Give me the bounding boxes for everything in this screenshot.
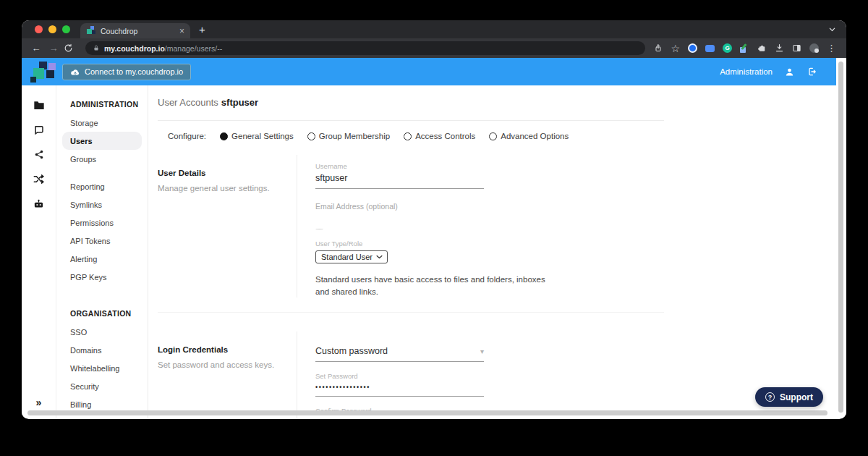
profile-icon[interactable] [809,43,819,53]
user-details-section: User Details Manage general user setting… [158,155,664,297]
side-panel-icon[interactable] [792,43,801,53]
username-label: Username [315,162,484,170]
email-input[interactable] [315,214,484,224]
radio-selected-icon[interactable] [220,132,228,140]
app-header: Connect to my.couchdrop.io Administratio… [22,58,836,85]
reload-button[interactable] [64,43,78,53]
configure-label: Configure: [168,132,206,140]
sidebar-item-users[interactable]: Users [62,132,142,150]
email-label: Email Address (optional) [315,202,484,211]
sidebar-item-security[interactable]: Security [62,377,142,395]
main-panel: User Accountssftpuser Configure: General… [148,85,836,418]
icon-rail: » [22,85,56,418]
downloads-icon[interactable] [775,43,784,53]
browser-tab[interactable]: Couchdrop × [80,23,190,38]
sidebar-item-pgp-keys[interactable]: PGP Keys [62,268,142,286]
role-label: User Type/Role [315,240,484,248]
ext-1password-icon[interactable] [688,43,697,53]
tab-search-chevron-icon[interactable] [828,25,836,33]
password-method-select[interactable]: Custom password ▾ [315,346,484,356]
share-icon[interactable] [654,43,663,53]
window-controls [22,25,80,33]
radio-icon[interactable] [489,132,497,140]
automation-shuffle-icon[interactable] [33,166,44,191]
horizontal-scrollbar [27,410,827,416]
close-window-button[interactable] [35,25,43,33]
caret-down-icon: ▾ [480,347,484,355]
sidebar-item-whitelabelling[interactable]: Whitelabelling [62,359,142,377]
inbox-chat-icon[interactable] [33,117,44,142]
horizontal-scrollbar-thumb[interactable] [27,410,827,415]
user-details-description: Manage general user settings. [158,184,297,193]
sidebar-item-symlinks[interactable]: Symlinks [62,195,142,214]
expand-rail-icon[interactable]: » [22,397,56,408]
bots-robot-icon[interactable] [33,191,44,216]
toolbar-icons: ☆ G ⋮ [654,43,839,54]
sidebar-item-domains[interactable]: Domains [62,341,142,359]
radio-access-controls[interactable]: Access Controls [404,132,475,140]
new-tab-button[interactable]: + [199,23,205,35]
cloud-upload-icon [70,68,80,76]
browser-toolbar: ← → my.couchdrop.io/manage/users/-- ☆ G [22,38,846,58]
url-path: /manage/users/-- [165,44,222,53]
connect-button-label: Connect to my.couchdrop.io [85,67,183,76]
minimize-window-button[interactable] [48,25,56,33]
page-title: User Accountssftpuser [158,97,664,108]
chevron-down-icon [376,255,383,259]
ext-pen-icon[interactable] [740,43,749,53]
couchdrop-logo [30,61,56,83]
sidebar-item-groups[interactable]: Groups [62,150,142,168]
user-account-icon[interactable] [784,67,795,77]
sidebar-section-organisation: ORGANISATION [56,305,148,323]
logout-icon[interactable] [807,67,817,77]
sidebar-item-reporting[interactable]: Reporting [62,177,142,195]
login-credentials-section: Login Credentials Set password and acces… [158,332,664,418]
support-button[interactable]: ? Support [755,387,823,407]
radio-icon[interactable] [404,132,412,140]
menu-kebab-icon[interactable]: ⋮ [827,43,836,54]
share-links-icon[interactable] [34,142,44,166]
support-button-label: Support [780,392,813,402]
title-divider [158,120,664,121]
administration-menu[interactable]: Administration [720,67,773,76]
couchdrop-favicon-icon [87,26,96,35]
configure-row: Configure: General Settings Group Member… [158,132,664,140]
section-divider [158,312,664,313]
sidebar-item-api-tokens[interactable]: API Tokens [62,232,142,250]
app-content: » ADMINISTRATION Storage Users Groups Re… [22,85,836,418]
set-password-input[interactable]: •••••••••••••••• [315,384,484,391]
tab-close-icon[interactable]: × [178,26,186,36]
tab-title: Couchdrop [101,27,178,35]
extensions-puzzle-icon[interactable] [757,43,767,53]
vertical-scrollbar-thumb[interactable] [838,62,843,413]
zoom-window-button[interactable] [62,25,70,33]
username-input[interactable]: sftpuser [315,173,484,184]
page-title-username: sftpuser [221,97,258,108]
vertical-scrollbar [836,58,846,418]
radio-group-membership[interactable]: Group Membership [307,132,390,140]
login-credentials-description: Set password and access keys. [158,360,297,369]
url-bar[interactable]: my.couchdrop.io/manage/users/-- [85,41,645,55]
set-password-label: Set Password [315,372,484,380]
back-button[interactable]: ← [29,43,43,54]
bookmark-star-icon[interactable]: ☆ [671,43,680,54]
radio-general-settings[interactable]: General Settings [220,132,294,140]
site-lock-icon[interactable] [93,44,100,52]
page-viewport: Connect to my.couchdrop.io Administratio… [22,58,846,418]
browser-window: Couchdrop × + ← → my.couchdrop.io/manage… [22,20,846,419]
ext-grammarly-icon[interactable]: G [723,43,732,53]
sidebar-item-sso[interactable]: SSO [62,323,142,341]
role-help-text: Standard users have basic access to file… [315,274,554,297]
forward-button[interactable]: → [46,43,61,54]
radio-icon[interactable] [307,132,315,140]
login-credentials-heading: Login Credentials [158,345,297,354]
sidebar-item-permissions[interactable]: Permissions [62,214,142,232]
question-icon: ? [765,392,775,402]
ext-blue-icon[interactable] [705,45,715,52]
radio-advanced-options[interactable]: Advanced Options [489,132,569,140]
sidebar-item-alerting[interactable]: Alerting [62,250,142,268]
sidebar-item-storage[interactable]: Storage [62,114,142,132]
role-select[interactable]: Standard User [315,250,388,263]
files-folder-icon[interactable] [33,93,45,117]
connect-button[interactable]: Connect to my.couchdrop.io [62,64,191,80]
